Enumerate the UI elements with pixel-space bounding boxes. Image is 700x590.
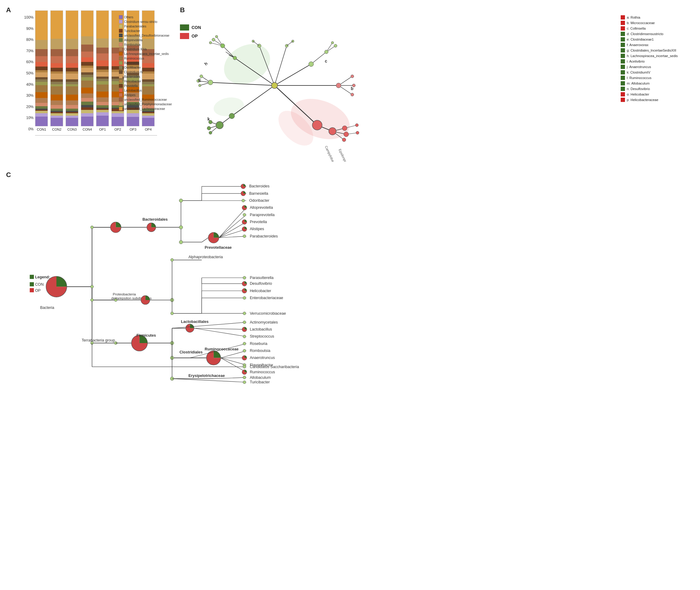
legend-item: Lactobacillus bbox=[119, 89, 177, 92]
svg-point-73 bbox=[271, 82, 277, 89]
svg-text:Anaerotruncus: Anaerotruncus bbox=[250, 356, 275, 360]
b-legend-text: n: Desulfovibrio bbox=[627, 87, 650, 91]
legend-item: Clostridium IV bbox=[119, 70, 177, 74]
b-legend-swatch bbox=[621, 65, 625, 69]
legend-swatch bbox=[119, 33, 123, 37]
y-tick-60: 60% bbox=[26, 60, 33, 64]
legend-item: unclassified_Lachnospiraceae bbox=[119, 107, 177, 110]
bar-segment bbox=[50, 100, 63, 105]
stacked-bar-CON2 bbox=[50, 10, 63, 126]
bar-segment bbox=[142, 116, 154, 118]
x-axis-line bbox=[35, 135, 157, 135]
svg-point-13 bbox=[212, 38, 215, 41]
svg-point-194 bbox=[243, 321, 246, 324]
svg-text:Prevotella: Prevotella bbox=[250, 220, 267, 224]
legend-text: Lactobacillus bbox=[124, 89, 142, 92]
b-legend-swatch bbox=[621, 32, 625, 36]
bar-segment bbox=[81, 52, 93, 58]
svg-point-0 bbox=[217, 36, 277, 92]
svg-point-110 bbox=[180, 199, 183, 202]
bar-x-label: CON2 bbox=[52, 127, 62, 131]
bar-segment bbox=[50, 105, 63, 108]
svg-text:Ruminococcus: Ruminococcus bbox=[250, 370, 275, 374]
bar-segment bbox=[96, 110, 109, 112]
bar-x-label: OP1 bbox=[99, 127, 106, 131]
legend-item: Parabacteroides bbox=[119, 24, 177, 28]
svg-text:Lactobacillus: Lactobacillus bbox=[250, 327, 272, 331]
bar-segment bbox=[50, 72, 63, 74]
svg-line-223 bbox=[221, 358, 246, 372]
bar-segment bbox=[81, 36, 93, 44]
bar-segment bbox=[66, 11, 78, 39]
svg-text:Epsilonproteobacteria: Epsilonproteobacteria bbox=[338, 149, 355, 162]
legend-text: unclassified_Lachnospiraceae bbox=[124, 107, 165, 110]
legend-swatch bbox=[119, 24, 123, 28]
bar-segment bbox=[66, 49, 78, 56]
svg-text:Alistipes: Alistipes bbox=[250, 227, 264, 231]
legend-text: Barnesiella bbox=[124, 61, 139, 65]
legend-swatch bbox=[119, 43, 123, 46]
y-axis: 100% 90% 80% 70% 60% 50% 40% 30% 20% 10%… bbox=[21, 15, 35, 131]
svg-line-130 bbox=[219, 215, 246, 238]
legend-swatch bbox=[119, 98, 123, 101]
legend-swatch bbox=[119, 70, 123, 74]
bar-segment bbox=[81, 72, 93, 75]
bar-segment bbox=[66, 105, 78, 108]
svg-text:Enterobacteriaceae: Enterobacteriaceae bbox=[250, 296, 283, 300]
bar-segment bbox=[35, 85, 47, 92]
svg-point-24 bbox=[331, 41, 334, 44]
svg-text:Parabacteroides: Parabacteroides bbox=[250, 234, 278, 238]
legend-item: Others bbox=[119, 15, 177, 19]
svg-point-53 bbox=[216, 121, 223, 129]
svg-text:Turicibacter: Turicibacter bbox=[250, 380, 270, 384]
y-tick-70: 70% bbox=[26, 49, 33, 53]
legend-item: unclassified_Porphyromonadaceae bbox=[119, 102, 177, 106]
svg-text:Barnesiella: Barnesiella bbox=[249, 191, 268, 196]
svg-text:Roseburia: Roseburia bbox=[250, 341, 268, 346]
legend-text: Lachnospiracaea_incertae_sedis bbox=[124, 52, 169, 56]
bar-segment bbox=[81, 98, 93, 101]
svg-text:Clostridiales: Clostridiales bbox=[180, 350, 203, 354]
b-legend-item: k: ClostridiumIV bbox=[621, 70, 694, 75]
bar-segment bbox=[81, 88, 93, 93]
b-legend-swatch bbox=[621, 87, 625, 91]
b-legend-text: b: Micrococcaceae bbox=[627, 21, 655, 25]
legend-item: Clostridium XIVa bbox=[119, 47, 177, 51]
bar-segment bbox=[35, 11, 47, 40]
legend-text: unclassified_Desulfovibrionaceae bbox=[124, 34, 169, 37]
legend-text: Ruminococcus bbox=[124, 57, 144, 60]
svg-rect-85 bbox=[30, 288, 34, 292]
stacked-bar-CON4 bbox=[81, 10, 94, 126]
svg-point-15 bbox=[209, 41, 212, 44]
legend-item: Clostridium sensu stricto bbox=[119, 20, 177, 23]
svg-point-111 bbox=[180, 240, 183, 244]
bar-segment bbox=[50, 79, 63, 82]
b-legend-swatch bbox=[621, 54, 625, 58]
svg-point-239 bbox=[243, 365, 246, 368]
y-tick-0: 0% bbox=[28, 127, 33, 131]
panel-b: B CON OP bbox=[177, 6, 694, 159]
bar-segment bbox=[35, 70, 47, 73]
svg-point-56 bbox=[209, 131, 212, 134]
svg-point-109 bbox=[180, 225, 183, 229]
y-tick-40: 40% bbox=[26, 82, 33, 87]
b-legend-swatch bbox=[621, 92, 625, 96]
bar-segment bbox=[35, 77, 47, 80]
bar-segment bbox=[112, 111, 124, 113]
bar-segment bbox=[50, 109, 63, 111]
legend-item: unclassified_Desulfovibrionaceae bbox=[119, 33, 177, 37]
legend-text: Clostridium IV bbox=[124, 71, 143, 74]
top-row: A 100% 90% 80% 70% 60% 50% 40% 30% 20% 1… bbox=[6, 6, 694, 159]
svg-point-3 bbox=[212, 95, 245, 118]
panel-b-label: B bbox=[180, 6, 185, 14]
b-legend-item: c: Collinsella bbox=[621, 26, 694, 30]
panel-a-label: A bbox=[6, 6, 11, 14]
bar-segment bbox=[66, 63, 78, 68]
legend-swatch bbox=[119, 20, 123, 23]
legend-swatch bbox=[119, 52, 123, 56]
svg-rect-83 bbox=[30, 282, 34, 287]
svg-point-201 bbox=[243, 335, 246, 338]
bar-segment bbox=[50, 113, 63, 116]
bar-segment bbox=[35, 103, 47, 106]
svg-point-99 bbox=[91, 285, 94, 288]
